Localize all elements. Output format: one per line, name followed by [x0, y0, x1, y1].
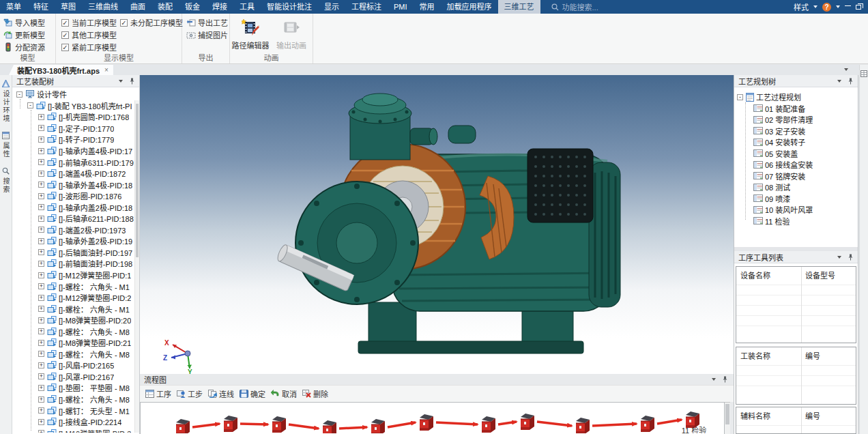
table-row[interactable] — [736, 386, 856, 396]
tab-properties[interactable]: 属性 — [0, 127, 12, 162]
tab-close-icon[interactable]: × — [104, 66, 108, 74]
expand-icon[interactable]: + — [38, 340, 44, 346]
expand-icon[interactable]: + — [38, 430, 44, 433]
menu-item[interactable]: 钣金 — [179, 0, 206, 14]
panel-menu-caret-icon[interactable] — [837, 80, 841, 83]
planning-step-item[interactable]: 06 接线盒安装 — [734, 159, 858, 171]
table-row[interactable] — [736, 285, 856, 295]
expand-icon[interactable]: + — [38, 261, 44, 267]
panel-menu-caret-icon[interactable] — [837, 256, 841, 259]
step-button[interactable]: 工步 — [177, 388, 203, 399]
update-model-button[interactable]: 更新模型 — [2, 29, 55, 41]
checkbox-icon[interactable]: ✓ — [120, 19, 128, 27]
export-process-button[interactable]: 导出工艺 — [185, 16, 229, 29]
panel-menu-caret-icon[interactable] — [712, 378, 716, 381]
planning-step-item[interactable]: 03 定子安装 — [734, 126, 858, 137]
flow-node[interactable] — [323, 420, 336, 433]
planning-step-item[interactable]: 02 零部件清理 — [734, 114, 858, 126]
confirm-button[interactable]: 确定 — [240, 388, 265, 399]
expand-icon[interactable]: + — [38, 396, 44, 403]
planning-root[interactable]: - 工艺过程规划 — [734, 91, 858, 103]
flow-node[interactable] — [521, 414, 534, 430]
expand-icon[interactable]: + — [38, 171, 44, 177]
tab-design-environment[interactable]: 设计环境 — [0, 75, 12, 127]
assembly-tree-scrollbar[interactable] — [134, 100, 139, 433]
help-caret-icon[interactable] — [836, 5, 840, 8]
flow-node[interactable] — [686, 411, 699, 428]
checkbox-icon[interactable]: ✓ — [61, 31, 69, 39]
expand-icon[interactable]: + — [38, 182, 44, 188]
menu-item[interactable]: 草图 — [55, 0, 82, 14]
pin-icon[interactable] — [848, 254, 854, 261]
viewport-3d[interactable]: X Z Y — [140, 75, 734, 374]
function-search[interactable]: 功能搜索... — [551, 0, 598, 14]
planning-step-item[interactable]: 10 装风叶风罩 — [734, 204, 858, 216]
pin-icon[interactable] — [848, 78, 854, 85]
connect-button[interactable]: 连线 — [208, 388, 234, 399]
menu-item[interactable]: 常用 — [414, 0, 441, 14]
cancel-button[interactable]: 取消 — [271, 388, 297, 399]
planning-step-item[interactable]: 05 安装盖 — [734, 148, 858, 160]
import-model-button[interactable]: 导入模型 — [2, 16, 55, 29]
menu-item[interactable]: 焊接 — [206, 0, 233, 14]
display-model-checkbox[interactable]: ✓ 当前工序模型 — [61, 16, 120, 29]
expand-icon[interactable]: + — [38, 216, 44, 222]
expand-icon[interactable]: + — [38, 419, 44, 425]
expand-icon[interactable]: + — [38, 159, 44, 165]
planning-step-item[interactable]: 01 装配准备 — [734, 103, 858, 115]
expand-icon[interactable]: + — [38, 125, 44, 131]
expand-icon[interactable]: + — [38, 385, 44, 391]
display-model-checkbox[interactable]: ✓ 未分配工序模型 — [120, 16, 183, 29]
collapse-icon[interactable]: - — [16, 91, 23, 98]
checkbox-icon[interactable]: ✓ — [61, 19, 69, 27]
expand-icon[interactable]: + — [38, 373, 44, 379]
right-strip-tab[interactable] — [860, 65, 868, 77]
help-button[interactable]: ? — [822, 3, 831, 12]
menu-item[interactable]: 工程标注 — [345, 0, 388, 14]
menu-item[interactable]: 装配 — [151, 0, 179, 14]
style-caret-icon[interactable] — [813, 5, 818, 8]
expand-icon[interactable]: + — [38, 407, 44, 414]
expand-icon[interactable]: + — [38, 114, 44, 120]
scrollbar-thumb[interactable] — [136, 104, 139, 257]
tree-root-design-parts[interactable]: - 设计零件 — [12, 89, 139, 100]
tab-list-caret-icon[interactable] — [844, 68, 848, 71]
operation-button[interactable]: 工序 — [145, 388, 171, 399]
panel-menu-caret-icon[interactable] — [119, 80, 123, 83]
menu-item[interactable]: 菜单 — [0, 0, 27, 14]
expand-icon[interactable]: + — [38, 148, 44, 154]
expand-icon[interactable]: + — [38, 306, 44, 312]
expand-icon[interactable]: + — [38, 283, 44, 289]
expand-icon[interactable]: + — [38, 193, 44, 199]
document-tab[interactable]: 装配YB3-180机壳frt.aps × — [9, 65, 113, 75]
flow-node[interactable] — [176, 419, 190, 433]
menu-item[interactable]: 加载应用程序 — [441, 0, 498, 14]
pin-icon[interactable] — [722, 376, 728, 383]
flow-node[interactable] — [224, 416, 237, 432]
menu-item[interactable]: 三维工艺 — [498, 0, 540, 14]
menu-item[interactable]: 工具 — [233, 0, 261, 14]
expand-icon[interactable]: + — [38, 317, 44, 323]
tab-search[interactable]: 搜索 — [0, 162, 12, 198]
flow-node[interactable] — [576, 418, 590, 433]
delete-button[interactable]: 删除 — [302, 388, 328, 399]
flow-node[interactable] — [641, 416, 654, 432]
restore-button[interactable] — [856, 5, 861, 10]
table-row[interactable] — [736, 295, 856, 305]
menu-item[interactable]: 三维曲线 — [82, 0, 124, 14]
flow-node[interactable] — [272, 416, 286, 433]
minimize-button[interactable] — [845, 5, 851, 6]
scrollbar-thumb[interactable] — [725, 404, 729, 424]
table-row[interactable] — [736, 375, 856, 386]
menu-item[interactable]: 显示 — [318, 0, 345, 14]
planning-step-item[interactable]: 04 安装转子 — [734, 136, 858, 148]
collapse-icon[interactable]: - — [27, 102, 33, 108]
pin-icon[interactable] — [129, 78, 135, 85]
expand-icon[interactable]: + — [38, 272, 44, 278]
expand-icon[interactable]: + — [38, 238, 44, 244]
table-row[interactable] — [736, 315, 856, 326]
expand-icon[interactable]: + — [38, 328, 44, 334]
checkbox-icon[interactable]: ✓ — [61, 44, 69, 51]
expand-icon[interactable]: + — [38, 136, 44, 143]
expand-icon[interactable]: + — [38, 351, 44, 357]
